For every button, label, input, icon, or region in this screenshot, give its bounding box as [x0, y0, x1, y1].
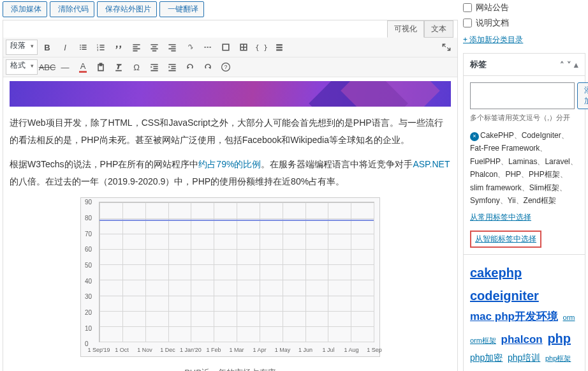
paragraph-select[interactable]: 段落 — [6, 40, 38, 55]
align-left-button[interactable] — [128, 40, 145, 55]
x-tick: 1 May — [275, 347, 291, 353]
cloud-tag[interactable]: php培训 — [508, 352, 540, 363]
clear-code-button[interactable]: 清除代码 — [50, 1, 94, 17]
redo-button[interactable] — [200, 59, 216, 75]
x-tick: 1 Jan'20 — [180, 347, 202, 353]
checkbox[interactable] — [463, 19, 472, 27]
undo-button[interactable] — [182, 59, 198, 75]
panel-up-icon[interactable]: ˄ — [560, 60, 564, 70]
cloud-tag[interactable]: orm框架 — [470, 337, 496, 344]
cloud-tag[interactable]: codeigniter — [470, 289, 539, 303]
link-aspnet[interactable]: ASP.NET — [413, 159, 450, 169]
tag-item: slim framework — [470, 183, 522, 192]
toggle-toolbar-button[interactable] — [271, 40, 288, 55]
checkbox[interactable] — [463, 3, 472, 12]
x-tick: 1 Jun — [298, 347, 312, 353]
chart-caption: PHP近一年的市场占有率 — [184, 367, 276, 371]
tag-item: Phalcon — [470, 170, 497, 179]
clear-code-label: 清除代码 — [58, 4, 89, 15]
add-category-link[interactable]: + 添加新分类目录 — [463, 35, 523, 44]
paragraph-2: 根据W3Techs的说法，PHP在所有的网站程序中约占79%的比例。在服务器端编… — [10, 156, 451, 190]
bold-button[interactable]: B — [39, 40, 55, 55]
tag-item: Laminas — [508, 157, 537, 166]
preformatted-button[interactable] — [217, 40, 234, 55]
paragraph-1: 进行Web项目开发，除了HTML，CSS和JavaScript之外，大部分人可能… — [10, 114, 451, 148]
tag-item: Symfony — [470, 196, 500, 205]
tag-item: PHP框架 — [529, 170, 560, 179]
y-tick: 30 — [85, 293, 92, 300]
help-button[interactable]: ? — [217, 59, 234, 75]
cloud-tag[interactable]: php框架 — [545, 354, 571, 362]
link-button[interactable] — [182, 40, 198, 55]
tag-add-button[interactable]: 添加 — [577, 82, 588, 109]
ul-button[interactable] — [75, 40, 91, 55]
table-button[interactable] — [235, 40, 252, 55]
add-media-button[interactable]: 添加媒体 — [3, 1, 47, 17]
italic-button[interactable]: I — [57, 40, 73, 55]
x-tick: 1 Sep — [367, 347, 382, 353]
x-tick: 1 Jul — [322, 347, 334, 353]
visual-blocks-button[interactable]: { } — [253, 40, 270, 55]
special-char-button[interactable]: Ω — [128, 59, 145, 75]
cloud-tag[interactable]: cakephp — [470, 266, 522, 280]
tab-visual[interactable]: 可视化 — [387, 20, 424, 38]
x-tick: 1 Feb — [206, 347, 221, 353]
y-tick: 60 — [85, 246, 92, 253]
strikethrough-button[interactable]: ABC — [39, 59, 55, 75]
tag-cloud: cakephp codeigniter mac php开发环境 orm orm框… — [463, 255, 585, 371]
y-tick: 50 — [85, 262, 92, 269]
category-check-0[interactable]: 网站公告 — [463, 0, 585, 15]
tag-item: PHP — [505, 170, 521, 179]
panel-toggle-icon[interactable]: ▴ — [574, 60, 578, 70]
link-smart-tags[interactable]: 从智能标签中选择 — [475, 234, 536, 243]
more-button[interactable] — [200, 40, 216, 55]
market-share-chart: 01020304050607080901 Sep'191 Oct1 Nov1 D… — [80, 197, 380, 357]
outdent-button[interactable] — [146, 59, 163, 75]
cloud-tag[interactable]: mac php开发环境 — [470, 310, 558, 322]
indent-button[interactable] — [164, 59, 180, 75]
cloud-tag[interactable]: php — [547, 331, 571, 345]
hr-button[interactable]: — — [57, 59, 73, 75]
save-images-button[interactable]: 保存站外图片 — [97, 1, 157, 17]
tag-item: CodeIgniter — [522, 131, 561, 140]
add-media-label: 添加媒体 — [11, 4, 41, 15]
text-color-button[interactable]: A — [75, 59, 91, 75]
tags-panel-title: 标签 — [470, 59, 487, 70]
y-tick: 90 — [85, 199, 92, 206]
tag-input[interactable] — [470, 82, 575, 109]
fullscreen-button[interactable] — [438, 40, 455, 55]
tab-text[interactable]: 文本 — [424, 20, 453, 38]
align-right-button[interactable] — [164, 40, 180, 55]
editor-toolbar: 可视化 文本 段落 B I { } — [3, 20, 458, 371]
ol-button[interactable] — [92, 40, 109, 55]
quote-button[interactable] — [110, 40, 127, 55]
y-tick: 10 — [85, 324, 92, 331]
cloud-tag[interactable]: orm — [563, 314, 575, 321]
paste-text-button[interactable] — [92, 59, 109, 75]
hero-image — [10, 81, 451, 107]
y-tick: 70 — [85, 230, 92, 237]
format-select[interactable]: 格式 — [6, 59, 38, 75]
translate-label: 一键翻译 — [168, 4, 198, 15]
cloud-tag[interactable]: php加密 — [470, 352, 503, 363]
tag-delete-icon[interactable]: × — [470, 132, 479, 141]
save-images-label: 保存站外图片 — [105, 4, 151, 15]
editor-content[interactable]: 进行Web项目开发，除了HTML，CSS和JavaScript之外，大部分人可能… — [3, 77, 457, 371]
tag-item: Slim框架 — [529, 183, 559, 192]
clear-format-button[interactable] — [110, 59, 127, 75]
panel-down-icon[interactable]: ˅ — [567, 60, 571, 70]
tag-item: Zend框架 — [524, 196, 556, 205]
cloud-tag[interactable]: phalcon — [501, 333, 543, 345]
translate-button[interactable]: 一键翻译 — [159, 1, 204, 17]
align-center-button[interactable] — [146, 40, 163, 55]
link-common-tags[interactable]: 从常用标签中选择 — [470, 213, 531, 222]
x-tick: 1 Nov — [137, 347, 152, 353]
x-tick: 1 Sep'19 — [87, 347, 110, 353]
current-tags: ×CakePHP、CodeIgniter、Fat-Free Framework、… — [470, 129, 578, 207]
link-79-percent[interactable]: 约占79%的比例 — [198, 159, 261, 169]
category-check-1[interactable]: 说明文档 — [463, 15, 585, 31]
tag-item: Yii — [508, 196, 516, 205]
y-tick: 20 — [85, 309, 92, 316]
tags-panel: 标签 ˄ ˅ ▴ 添加 多个标签请用英文逗号（,）分开 ×CakePHP、Cod… — [463, 53, 585, 255]
tag-hint: 多个标签请用英文逗号（,）分开 — [470, 113, 578, 123]
